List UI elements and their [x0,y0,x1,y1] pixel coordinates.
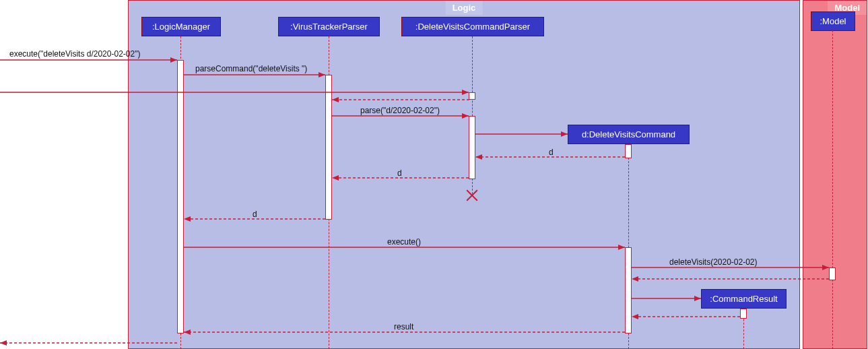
activation-logic-manager [177,60,184,334]
logic-box: Logic [128,0,800,349]
svg-marker-31 [0,340,7,346]
arrow-delete-visits-return [632,279,830,286]
participant-delete-visits-command: d:DeleteVisitsCommand [568,125,690,144]
msg-execute: execute("deleteVisits d/2020-02-02") [9,49,140,59]
msg-delete-visits: deleteVisits(2020-02-02) [669,257,758,267]
arrow-create-result [632,298,702,305]
msg-execute-call: execute() [387,237,421,247]
activation-model [829,267,836,280]
msg-return-d1: d [549,148,554,157]
msg-result: result [394,322,413,331]
msg-return-d2: d [397,168,402,178]
arrow-return-d3 [184,219,326,226]
arrow-execute-call [184,247,626,254]
arrow-return-d2 [332,178,469,185]
activation-delete-visits-command-parser-1 [469,92,475,100]
arrow-create-result-return [632,317,741,323]
destroy-icon [465,189,479,202]
lifeline-model [832,30,833,349]
msg-parse: parse("d/2020-02-02") [360,106,440,115]
arrow-execute [0,60,177,67]
activation-command-result [740,309,747,319]
msg-parse-command: parseCommand("deleteVisits ") [195,64,307,73]
arrow-parse-command [184,75,326,82]
arrow-create-command [475,134,568,141]
model-box: Model [803,0,867,349]
participant-model: :Model [811,11,855,31]
activation-delete-visits-command-1 [625,144,632,158]
arrow-return-d1 [475,157,626,164]
participant-logic-manager: :LogicManager [141,17,221,36]
arrow-create-parser-in [0,92,469,99]
arrow-parse [332,116,469,123]
activation-delete-visits-command-2 [625,247,632,334]
participant-virus-tracker-parser: :VirusTrackerParser [278,17,380,36]
activation-delete-visits-command-parser-2 [469,116,475,179]
msg-return-d3: d [253,210,257,219]
arrow-delete-visits [632,267,830,274]
arrow-result [184,332,626,339]
arrow-final-return [0,343,178,349]
participant-command-result: :CommandResult [701,289,787,309]
participant-delete-visits-command-parser: :DeleteVisitsCommandParser [401,17,544,36]
logic-box-title: Logic [446,1,483,15]
